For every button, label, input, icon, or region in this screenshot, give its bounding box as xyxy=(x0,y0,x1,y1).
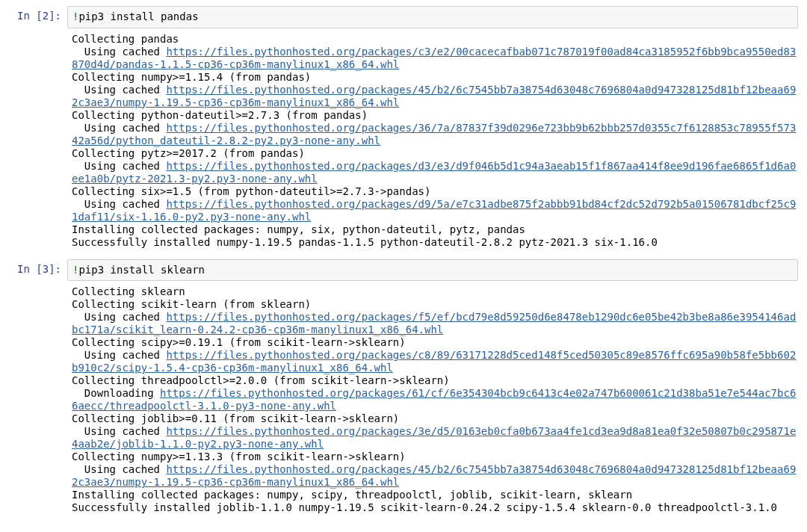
output-area: Collecting pandas Using cached https://f… xyxy=(67,31,798,249)
code-input[interactable]: !pip3 install sklearn xyxy=(67,259,798,282)
output-text: Collecting sklearn Collecting scikit-lea… xyxy=(72,285,798,514)
package-url-link[interactable]: https://files.pythonhosted.org/packages/… xyxy=(72,84,796,108)
package-url-link[interactable]: https://files.pythonhosted.org/packages/… xyxy=(72,122,796,146)
output-cell: Collecting pandas Using cached https://f… xyxy=(0,31,807,249)
code-input[interactable]: !pip3 install pandas xyxy=(67,6,798,28)
output-text-fragment: Installing collected packages: numpy, si… xyxy=(72,223,658,248)
package-url-link[interactable]: https://files.pythonhosted.org/packages/… xyxy=(72,387,796,412)
package-url-link[interactable]: https://files.pythonhosted.org/packages/… xyxy=(72,311,796,335)
package-url-link[interactable]: https://files.pythonhosted.org/packages/… xyxy=(72,198,796,223)
code-text: pip3 install sklearn xyxy=(78,264,205,276)
package-url-link[interactable]: https://files.pythonhosted.org/packages/… xyxy=(72,46,796,70)
package-url-link[interactable]: https://files.pythonhosted.org/packages/… xyxy=(72,463,796,488)
output-text-fragment: Collecting pandas Using cached xyxy=(72,33,179,58)
package-url-link[interactable]: https://files.pythonhosted.org/packages/… xyxy=(72,349,796,374)
notebook-container: In [2]:!pip3 install pandasCollecting pa… xyxy=(0,6,807,514)
output-text-fragment: Installing collected packages: numpy, sc… xyxy=(72,489,777,513)
package-url-link[interactable]: https://files.pythonhosted.org/packages/… xyxy=(72,425,796,450)
code-cell: In [3]:!pip3 install sklearn xyxy=(0,259,807,282)
output-text: Collecting pandas Using cached https://f… xyxy=(72,33,798,249)
code-text: pip3 install pandas xyxy=(78,10,198,22)
output-area: Collecting sklearn Collecting scikit-lea… xyxy=(67,284,798,514)
package-url-link[interactable]: https://files.pythonhosted.org/packages/… xyxy=(72,160,796,185)
output-cell: Collecting sklearn Collecting scikit-lea… xyxy=(0,284,807,514)
input-prompt: In [3]: xyxy=(0,259,67,279)
code-cell: In [2]:!pip3 install pandas xyxy=(0,6,807,28)
input-prompt: In [2]: xyxy=(0,6,67,25)
